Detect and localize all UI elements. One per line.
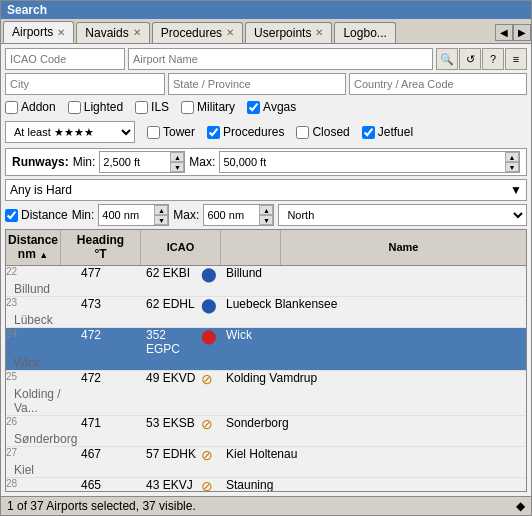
- table-header: Distance nm ▲ Heading °T ICAO Name: [6, 230, 526, 266]
- table-row[interactable]: 26 471 53 EKSB ⊘ Sonderborg Sønderborg: [6, 416, 526, 447]
- runways-row: Runways: Min: ▲ ▼ Max: ▲ ▼: [5, 148, 527, 176]
- ils-check[interactable]: [135, 101, 148, 114]
- runways-min-up[interactable]: ▲: [170, 152, 184, 162]
- military-checkbox[interactable]: Military: [181, 100, 235, 114]
- country-input[interactable]: [349, 73, 527, 95]
- tower-check[interactable]: [147, 126, 160, 139]
- table-row[interactable]: 22 477 62 EKBI ⬤ Billund Billund: [6, 266, 526, 297]
- col-name[interactable]: Name: [281, 230, 526, 265]
- tab-prev-btn[interactable]: ◀: [495, 24, 513, 41]
- tab-next-btn[interactable]: ▶: [513, 24, 531, 41]
- rating-select[interactable]: At least ★★★★: [5, 121, 135, 143]
- table-row[interactable]: 28 465 43 EKVJ ⊘ Stauning Skjern / Rin..…: [6, 478, 526, 491]
- col-icon: [221, 230, 281, 265]
- col-icao[interactable]: ICAO: [141, 230, 221, 265]
- search-row-1: 🔍 ↺ ? ≡: [5, 48, 527, 70]
- distance-min-down[interactable]: ▼: [154, 215, 168, 225]
- table-row[interactable]: 25 472 49 EKVD ⊘ Kolding Vamdrup Kolding…: [6, 371, 526, 416]
- surface-dropdown[interactable]: Any is Hard ▼: [5, 179, 527, 201]
- distance-max-spinner[interactable]: ▲ ▼: [203, 204, 274, 226]
- runways-min-input[interactable]: [100, 155, 170, 169]
- direction-select[interactable]: North South East West: [278, 204, 527, 226]
- menu-btn[interactable]: ≡: [505, 48, 527, 70]
- runways-label: Runways:: [12, 155, 69, 169]
- distance-max-up[interactable]: ▲: [259, 205, 273, 215]
- tab-navaids-close[interactable]: ✕: [133, 27, 141, 38]
- tab-userpoints[interactable]: Userpoints ✕: [245, 22, 332, 43]
- distance-min-input[interactable]: [99, 208, 154, 222]
- runways-max-spinner[interactable]: ▲ ▼: [219, 151, 520, 173]
- tower-checkbox[interactable]: Tower: [147, 125, 195, 139]
- distance-row: Distance Min: ▲ ▼ Max: ▲ ▼ North Sou: [5, 204, 527, 226]
- help-btn[interactable]: ?: [482, 48, 504, 70]
- tab-navaids[interactable]: Navaids ✕: [76, 22, 149, 43]
- search-btn[interactable]: 🔍: [436, 48, 458, 70]
- table-row[interactable]: 24 472 352 EGPC ⬤ Wick Wick: [6, 328, 526, 371]
- city-input[interactable]: [5, 73, 165, 95]
- closed-checkbox[interactable]: Closed: [296, 125, 349, 139]
- tabs-container: Airports ✕ Navaids ✕ Procedures ✕ Userpo…: [1, 19, 531, 44]
- jetfuel-checkbox[interactable]: Jetfuel: [362, 125, 413, 139]
- surface-label: Any is Hard: [10, 183, 72, 197]
- title-bar: Search: [1, 1, 531, 19]
- tab-airports[interactable]: Airports ✕: [3, 21, 74, 43]
- tab-userpoints-label: Userpoints: [254, 26, 311, 40]
- tab-airports-close[interactable]: ✕: [57, 27, 65, 38]
- reset-btn[interactable]: ↺: [459, 48, 481, 70]
- procedures-check[interactable]: [207, 126, 220, 139]
- search-window: Search Airports ✕ Navaids ✕ Procedures ✕…: [0, 0, 532, 516]
- lighted-check[interactable]: [68, 101, 81, 114]
- distance-check[interactable]: [5, 209, 18, 222]
- airport-name-input[interactable]: [128, 48, 433, 70]
- tab-userpoints-close[interactable]: ✕: [315, 27, 323, 38]
- airport-type-icon: ⬤: [201, 328, 226, 356]
- checkbox-row-1: Addon Lighted ILS Military Avgas: [5, 98, 527, 116]
- airport-type-icon: ⊘: [201, 478, 226, 491]
- procedures-checkbox[interactable]: Procedures: [207, 125, 284, 139]
- addon-checkbox[interactable]: Addon: [5, 100, 56, 114]
- distance-max-input[interactable]: [204, 208, 259, 222]
- airport-type-icon: ⬤: [201, 266, 226, 282]
- distance-checkbox[interactable]: Distance: [5, 208, 68, 222]
- surface-row: Any is Hard ▼: [5, 179, 527, 201]
- icao-input[interactable]: [5, 48, 125, 70]
- distance-max-label: Max:: [173, 208, 199, 222]
- distance-max-spinner-btns: ▲ ▼: [259, 205, 273, 225]
- runways-max-input[interactable]: [220, 155, 505, 169]
- airport-type-icon: ⊘: [201, 447, 226, 463]
- tab-navaids-label: Navaids: [85, 26, 128, 40]
- window-title: Search: [7, 3, 47, 17]
- avgas-check[interactable]: [247, 101, 260, 114]
- ils-checkbox[interactable]: ILS: [135, 100, 169, 114]
- lighted-checkbox[interactable]: Lighted: [68, 100, 123, 114]
- state-input[interactable]: [168, 73, 346, 95]
- avgas-checkbox[interactable]: Avgas: [247, 100, 296, 114]
- distance-max-down[interactable]: ▼: [259, 215, 273, 225]
- table-row[interactable]: 27 467 57 EDHK ⊘ Kiel Holtenau Kiel: [6, 447, 526, 478]
- col-heading[interactable]: Heading °T: [61, 230, 141, 265]
- distance-min-up[interactable]: ▲: [154, 205, 168, 215]
- table-row[interactable]: 23 473 62 EDHL ⬤ Luebeck Blankensee Lübe…: [6, 297, 526, 328]
- military-check[interactable]: [181, 101, 194, 114]
- runways-min-spinner[interactable]: ▲ ▼: [99, 151, 185, 173]
- tab-procedures[interactable]: Procedures ✕: [152, 22, 243, 43]
- distance-label: Distance: [21, 208, 68, 222]
- tab-procedures-close[interactable]: ✕: [226, 27, 234, 38]
- runways-max-down[interactable]: ▼: [505, 162, 519, 172]
- runways-min-spinner-btns: ▲ ▼: [170, 152, 184, 172]
- table-body: 22 477 62 EKBI ⬤ Billund Billund 23 473 …: [6, 266, 526, 491]
- status-bar: 1 of 37 Airports selected, 37 visible. ◆: [1, 496, 531, 515]
- airport-type-icon: ⬤: [201, 297, 226, 313]
- jetfuel-check[interactable]: [362, 126, 375, 139]
- search-icons: 🔍 ↺ ? ≡: [436, 48, 527, 70]
- addon-check[interactable]: [5, 101, 18, 114]
- tab-logbook[interactable]: Logbo...: [334, 22, 395, 43]
- distance-min-spinner[interactable]: ▲ ▼: [98, 204, 169, 226]
- runways-max-up[interactable]: ▲: [505, 152, 519, 162]
- tab-logbook-label: Logbo...: [343, 26, 386, 40]
- col-distance[interactable]: Distance nm ▲: [6, 230, 61, 265]
- airport-type-icon: ⊘: [201, 371, 226, 387]
- runways-min-down[interactable]: ▼: [170, 162, 184, 172]
- closed-check[interactable]: [296, 126, 309, 139]
- nav-icon: ◆: [516, 499, 525, 513]
